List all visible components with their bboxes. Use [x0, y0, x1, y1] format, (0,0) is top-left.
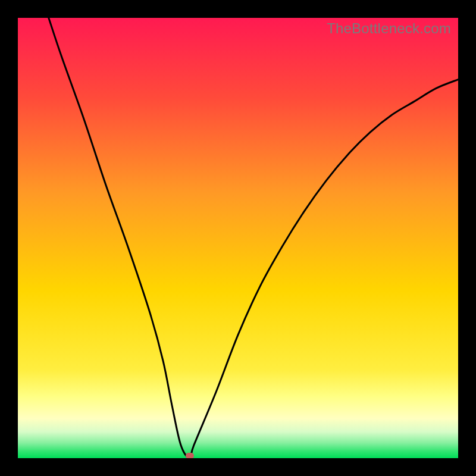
outer-frame: TheBottleneck.com: [0, 0, 476, 476]
curve-layer: [18, 18, 458, 458]
optimum-marker: [186, 453, 194, 458]
plot-area: TheBottleneck.com: [18, 18, 458, 458]
bottleneck-curve: [49, 18, 458, 458]
